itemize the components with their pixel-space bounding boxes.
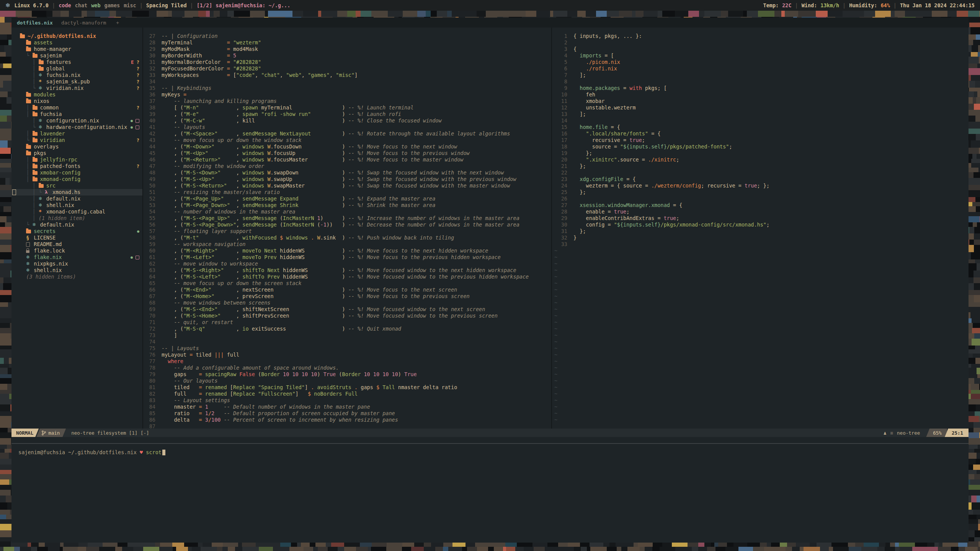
code-line[interactable]: 3{ xyxy=(552,46,969,52)
tree-item[interactable]: │ ❄default.nix xyxy=(11,196,142,202)
code-line[interactable]: 62 -- move window to workspace xyxy=(143,261,551,267)
code-line[interactable]: 56 , ("M-S-<Page_Down>", sendMessage (In… xyxy=(143,222,551,228)
new-tab-button[interactable]: + xyxy=(114,20,119,26)
code-line[interactable]: 27 xsession.windowManager.xmonad = { xyxy=(552,202,969,209)
tree-item[interactable]: │ (1 hidden item) xyxy=(11,215,142,222)
code-line[interactable]: 83 -- Layout settings xyxy=(143,397,551,404)
code-line[interactable]: 67 , ("M-<Home>" , prevScreen ) -- %! Mo… xyxy=(143,293,551,300)
tree-item[interactable]: │ patched-fonts? xyxy=(11,163,142,170)
workspace-web[interactable]: web xyxy=(91,2,100,8)
code-line[interactable]: 74 xyxy=(143,339,551,345)
code-line[interactable]: 37 -- launching and killing programs xyxy=(143,98,551,104)
tree-item[interactable]: │ featuresE? xyxy=(11,59,142,65)
code-line[interactable]: 59 -- workspace navigation xyxy=(143,241,551,248)
code-line[interactable]: 18 source = "${inputs.self}/pkgs/patched… xyxy=(552,143,969,150)
code-line[interactable]: 27-- | Configuration xyxy=(143,33,551,39)
code-line[interactable]: 39 , ("M-e" , spawn "rofi -show run" ) -… xyxy=(143,111,551,117)
tree-item[interactable]: overlays xyxy=(11,143,142,150)
tree-item[interactable]: assets xyxy=(11,39,142,46)
code-line[interactable]: 16 ".local/share/fonts" = { xyxy=(552,130,969,137)
shell-pane[interactable]: sajenim@fuchsia ~/.github/dotfiles.nix ♥… xyxy=(11,444,969,543)
tree-item[interactable]: │ └ λxmonad.hs xyxy=(11,189,142,196)
workspace-misc[interactable]: misc xyxy=(124,2,136,8)
tree-item[interactable]: flake.lock xyxy=(11,248,142,254)
code-line[interactable]: 71 -- quit, or restart xyxy=(143,319,551,326)
workspace-code[interactable]: code xyxy=(59,2,71,8)
code-line[interactable]: 28 enable = true; xyxy=(552,209,969,215)
tree-item[interactable]: secrets● xyxy=(11,228,142,235)
tree-item[interactable]: └ ❄default.nix xyxy=(11,222,142,228)
code-line[interactable]: 10 feh xyxy=(552,91,969,98)
tree-item[interactable]: └ ❄hardware-configuration.nix● xyxy=(11,124,142,130)
code-line[interactable]: 20 ".xinitrc".source = ./xinitrc; xyxy=(552,156,969,163)
tree-item[interactable]: │ common? xyxy=(11,104,142,111)
code-line[interactable]: 24 wezterm = { source = ./wezterm/config… xyxy=(552,183,969,189)
code-line[interactable]: 32myFocusedBorderColor = "#282828" xyxy=(143,65,551,72)
code-line[interactable]: 85 ratio = 1/2 -- Default proportion of … xyxy=(143,410,551,417)
code-line[interactable]: 63 , ("M-S-<Right>" , shiftTo Next hidde… xyxy=(143,267,551,274)
code-line[interactable]: 82 full = renamed [Replace "Fullscreen"]… xyxy=(143,391,551,397)
tree-item[interactable]: │ ❄configuration.nix● xyxy=(11,117,142,124)
code-line[interactable]: 55 , ("M-S-<Page_Up>" , sendMessage (Inc… xyxy=(143,215,551,222)
code-line[interactable]: 32} xyxy=(552,235,969,241)
editor-nix-file[interactable]: 1{ inputs, pkgs, ... }:23{4 imports = [5… xyxy=(552,28,969,429)
tree-item[interactable]: │ global? xyxy=(11,65,142,72)
code-line[interactable]: 30 config = "${inputs.self}/pkgs/xmonad-… xyxy=(552,222,969,228)
code-line[interactable]: 29myModMask = mod4Mask xyxy=(143,46,551,52)
code-line[interactable]: 44 , ("M-<Down>" , windows W.focusDown )… xyxy=(143,143,551,150)
code-line[interactable]: 86 delta = 3/100 -- Percent of screen to… xyxy=(143,417,551,423)
code-line[interactable]: 77 where xyxy=(143,358,551,365)
code-line[interactable]: 49 , ("M-S-<Up>" , windows W.swapUp ) --… xyxy=(143,176,551,183)
editor-xmonad-hs[interactable]: 27-- | Configuration28myTerminal = "wezt… xyxy=(143,28,551,429)
code-line[interactable]: 48 , ("M-S-<Down>" , windows W.swapDown … xyxy=(143,170,551,176)
code-line[interactable]: 64 , ("M-S-<Left>" , shiftTo Prev hidden… xyxy=(143,274,551,280)
code-line[interactable]: 1{ inputs, pkgs, ... }: xyxy=(552,33,969,39)
code-line[interactable]: 21 }; xyxy=(552,163,969,170)
tree-item[interactable]: └ ❄viridian.nix? xyxy=(11,85,142,91)
code-line[interactable]: 31 }; xyxy=(552,228,969,235)
code-line[interactable]: 15 home.file = { xyxy=(552,124,969,130)
code-line[interactable]: 36myKeys = xyxy=(143,91,551,98)
tab-dotfiles.nix[interactable]: dotfiles.nix xyxy=(17,20,53,26)
code-line[interactable]: 72 , ("M-S-q" , io exitSuccess ) -- %! Q… xyxy=(143,326,551,332)
tree-item[interactable]: │ src xyxy=(11,183,142,189)
code-line[interactable]: 33 xyxy=(552,241,969,248)
code-line[interactable]: 51 -- resizing the master/slave ratio xyxy=(143,189,551,196)
tree-item[interactable]: └ viridian? xyxy=(11,137,142,143)
tree-item[interactable]: (3 hidden items) xyxy=(11,274,142,280)
code-line[interactable]: 33myWorkspaces = ["code", "chat", "web",… xyxy=(143,72,551,78)
code-line[interactable]: 50 , ("M-S-<Return>" , windows W.swapMas… xyxy=(143,183,551,189)
code-line[interactable]: 42 , ("M-<Space>" , sendMessage NextLayo… xyxy=(143,130,551,137)
workspace-chat[interactable]: chat xyxy=(75,2,88,8)
code-line[interactable]: 30myBorderWidth = 5 xyxy=(143,52,551,59)
code-line[interactable]: 11 xmobar xyxy=(552,98,969,104)
tree-item[interactable]: home-manager xyxy=(11,46,142,52)
code-line[interactable]: 73 ] xyxy=(143,332,551,339)
code-line[interactable]: 87 xyxy=(143,423,551,429)
code-line[interactable]: 66 , ("M-<End>" , nextScreen ) -- %! Mov… xyxy=(143,287,551,293)
tree-item[interactable]: ❄nixpkgs.nix xyxy=(11,261,142,267)
tree-item[interactable]: ❄shell.nix xyxy=(11,267,142,274)
workspace-games[interactable]: games xyxy=(105,2,120,8)
tab-dactyl-manuform[interactable]: dactyl-manuform xyxy=(61,20,106,26)
code-line[interactable]: 43 -- move focus up or down the window s… xyxy=(143,137,551,143)
code-line[interactable]: 14 xyxy=(552,117,969,124)
tree-item[interactable]: README.md xyxy=(11,241,142,248)
code-line[interactable]: 31myNormalBorderColor = "#282828" xyxy=(143,59,551,65)
code-line[interactable]: 57 -- floating layer support xyxy=(143,228,551,235)
tree-item[interactable]: ~/.github/dotfiles.nix xyxy=(11,33,142,39)
code-line[interactable]: 40 , ("M-C-w" , kill ) -- %! Close the f… xyxy=(143,117,551,124)
code-line[interactable]: 60 , ("M-<Right>" , moveTo Next hiddenWS… xyxy=(143,248,551,254)
code-line[interactable]: 84 nmaster = 1 -- Default number of wind… xyxy=(143,404,551,410)
code-line[interactable]: 75-- | Layouts xyxy=(143,345,551,352)
code-line[interactable]: 35-- | Keybindings xyxy=(143,85,551,91)
code-line[interactable]: 19 }; xyxy=(552,150,969,156)
typed-command[interactable]: scrot xyxy=(146,449,162,455)
tree-item[interactable]: │ xmobar-config xyxy=(11,170,142,176)
tree-item[interactable]: pkgs xyxy=(11,150,142,156)
code-line[interactable]: 38 [ ("M-n" , spawn myTerminal ) -- %! L… xyxy=(143,104,551,111)
code-line[interactable]: 12 unstable.wezterm xyxy=(552,104,969,111)
code-line[interactable]: 22 xyxy=(552,170,969,176)
code-line[interactable]: 5 ./picom.nix xyxy=(552,59,969,65)
code-line[interactable]: 58 , ("M-t" , withFocused $ windows . W.… xyxy=(143,235,551,241)
